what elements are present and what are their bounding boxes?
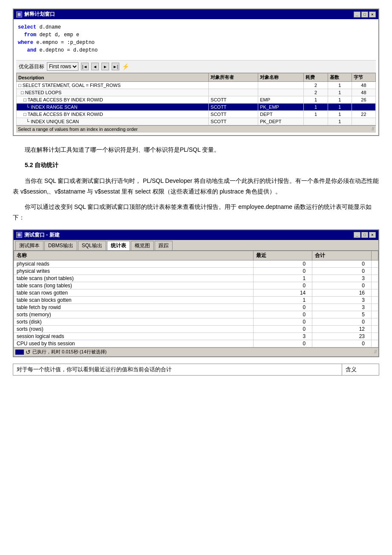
titlebar-controls: _ □ × (354, 12, 376, 17)
test-titlebar-controls: _ □ × (354, 232, 376, 238)
table-row[interactable]: □ TABLE ACCESS BY INDEX ROWID SCOTT EMP … (17, 96, 376, 104)
list-item[interactable]: table scan rows gotten1416 (14, 289, 378, 296)
stat-name: physical reads (14, 260, 254, 267)
stat-name: session logical reads (14, 332, 254, 340)
row-cost: 1 (304, 96, 328, 104)
row-desc: □ NESTED LOOPS (17, 89, 209, 96)
test-window-titlebar: ⊞ 测试窗口 - 新建 _ □ × (14, 230, 378, 240)
tab-trace[interactable]: 跟踪 (155, 241, 173, 250)
stat-total: 0 (312, 282, 372, 289)
test-maximize-btn[interactable]: □ (361, 232, 368, 238)
stats-col-recent: 最近 (253, 251, 312, 260)
test-window: ⊞ 测试窗口 - 新建 _ □ × 测试脚本 DBMS输出 SQL输出 统计表 … (13, 229, 379, 357)
stat-name: sorts (memory) (14, 311, 254, 318)
col-owner: 对象所有者 (209, 73, 258, 82)
stat-total: 16 (312, 289, 372, 296)
stat-recent: 0 (253, 282, 312, 289)
test-close-btn[interactable]: × (369, 232, 376, 238)
row-bytes (352, 118, 375, 125)
row-card: 1 (328, 118, 352, 125)
stat-recent: 1 (253, 275, 312, 282)
row-cost: 1 (304, 104, 328, 111)
plan-table: Description 对象所有者 对象名称 耗费 基数 字节 □ SELECT… (16, 73, 376, 125)
stat-name: table scan rows gotten (14, 289, 254, 296)
stat-recent: 14 (253, 289, 312, 296)
scrollbar-cell (372, 282, 378, 289)
row-bytes: 22 (352, 111, 375, 118)
body-text-1: 现在解释计划工具知道了哪一个标识符是列、哪个标识符是PL/SQL 变量。 (13, 145, 379, 155)
tab-overview[interactable]: 概览图 (131, 241, 154, 250)
explain-plan-content: select d.dname from dept d, emp e where … (14, 19, 378, 135)
list-item[interactable]: table fetch by rowid03 (14, 304, 378, 311)
explain-status-bar: Select a range of values from an index i… (16, 125, 376, 133)
row-object (258, 89, 304, 96)
stat-name: CPU used by this session (14, 340, 254, 347)
stat-recent: 0 (253, 260, 312, 267)
nav-first-btn[interactable]: |◄ (81, 63, 89, 70)
explain-status-text: Select a range of values from an index i… (18, 127, 138, 132)
tab-test-script[interactable]: 测试脚本 (15, 241, 43, 250)
table-row[interactable]: □ TABLE ACCESS BY INDEX ROWID SCOTT DEPT… (17, 111, 376, 118)
table-row-selected[interactable]: └ INDEX RANGE SCAN SCOTT PK_EMP 1 1 (17, 104, 376, 111)
sql-editor[interactable]: select d.dname from dept d, emp e where … (16, 22, 376, 60)
list-item[interactable]: table scan blocks gotten13 (14, 296, 378, 304)
row-bytes: 26 (352, 96, 375, 104)
status-running-icon (15, 350, 24, 355)
stat-name: table fetch by rowid (14, 304, 254, 311)
row-desc: └ INDEX UNIQUE SCAN (17, 118, 209, 125)
close-btn[interactable]: × (369, 12, 376, 17)
nav-last-btn[interactable]: ►| (112, 63, 119, 70)
table-row[interactable]: □ SELECT STATEMENT, GOAL = FIRST_ROWS 2 … (17, 82, 376, 89)
scrollbar-cell (372, 289, 378, 296)
stat-total: 23 (312, 332, 372, 340)
test-minimize-btn[interactable]: _ (354, 232, 360, 238)
stat-name: sorts (rows) (14, 325, 254, 332)
stat-total: 0 (312, 318, 372, 325)
list-item[interactable]: sorts (disk)00 (14, 318, 378, 325)
stat-recent: 0 (253, 325, 312, 332)
maximize-btn[interactable]: □ (361, 12, 368, 17)
test-window-title: 测试窗口 - 新建 (24, 231, 60, 239)
tab-stats[interactable]: 统计表 (107, 241, 130, 250)
list-item[interactable]: sorts (rows)012 (14, 325, 378, 332)
nav-prev-btn[interactable]: ◄ (91, 63, 99, 70)
optimizer-select[interactable]: First rows All rows Choose Rule (47, 62, 78, 71)
stat-total: 5 (312, 311, 372, 318)
row-object: PK_EMP (258, 104, 304, 111)
list-item[interactable]: sorts (memory)05 (14, 311, 378, 318)
stat-recent: 0 (253, 267, 312, 275)
list-item[interactable]: table scans (long tables)00 (14, 282, 378, 289)
list-item[interactable]: physical writes00 (14, 267, 378, 275)
body-text-3: 你可以通过改变到 SQL 窗口或测试窗口顶部的统计表标签来查看统计报告。用于 e… (13, 202, 379, 223)
list-item[interactable]: session logical reads323 (14, 332, 378, 340)
stats-col-name: 名称 (14, 251, 254, 260)
table-row[interactable]: □ NESTED LOOPS 2 1 48 (17, 89, 376, 96)
optimizer-label: 优化器目标 (19, 63, 44, 70)
table-row: 对于每一个统计值，你可以看到最近运行的值和当前会话的合计 含义 (13, 364, 379, 375)
minimize-btn[interactable]: _ (354, 12, 360, 17)
row-bytes (352, 104, 375, 111)
row-bytes: 48 (352, 89, 375, 96)
body-paragraph-2: 当你在 SQL 窗口或者测试窗口执行语句时， PL/SQL Developer … (13, 176, 379, 223)
list-item[interactable]: CPU used by this session00 (14, 340, 378, 347)
tab-dbms-output[interactable]: DBMS输出 (44, 241, 77, 250)
table-row[interactable]: └ INDEX UNIQUE SCAN SCOTT PK_DEPT 1 (17, 118, 376, 125)
tab-sql-output[interactable]: SQL输出 (78, 241, 106, 250)
stats-table: 名称 最近 合计 physical reads00 physical write… (14, 251, 378, 347)
stat-recent: 0 (253, 318, 312, 325)
nav-next-btn[interactable]: ► (101, 63, 109, 70)
row-card: 1 (328, 89, 352, 96)
test-tabs-bar: 测试脚本 DBMS输出 SQL输出 统计表 概览图 跟踪 (14, 240, 378, 251)
window-icon: ⊞ (16, 12, 22, 17)
execute-icon[interactable]: ⚡ (122, 63, 129, 70)
list-item[interactable]: physical reads00 (14, 260, 378, 267)
stat-recent: 0 (253, 304, 312, 311)
sql-keyword-select: select (18, 24, 36, 30)
row-card: 1 (328, 96, 352, 104)
list-item[interactable]: table scans (short tables)13 (14, 275, 378, 282)
scrollbar-cell (372, 318, 378, 325)
row-desc: □ TABLE ACCESS BY INDEX ROWID (17, 111, 209, 118)
stat-name: sorts (disk) (14, 318, 254, 325)
row-cost: 2 (304, 89, 328, 96)
bottom-col1: 对于每一个统计值，你可以看到最近运行的值和当前会话的合计 (13, 364, 342, 375)
